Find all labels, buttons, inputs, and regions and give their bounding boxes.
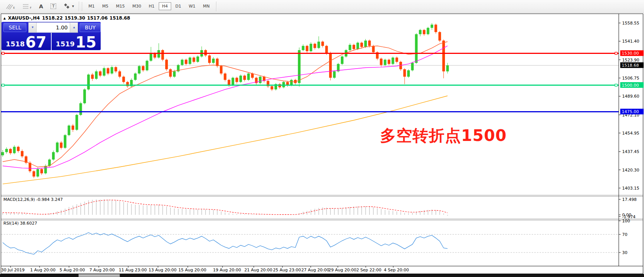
shapes-tool[interactable]: ▼	[63, 3, 75, 10]
tf-button-h1[interactable]: H1	[145, 2, 158, 10]
macd-label: MACD(12,26,9) -0.984 3.247	[3, 197, 63, 202]
candle-body	[17, 147, 20, 151]
rsi-label: RSI(14) 38.6027	[3, 221, 37, 226]
tf-button-h4[interactable]: H4	[159, 2, 171, 10]
candle-body	[153, 53, 156, 57]
volume-input[interactable]	[37, 23, 70, 32]
ohlc-values: 1518.221519.301517.061518.68	[42, 15, 132, 21]
candle-body	[392, 58, 394, 64]
candle-body	[310, 44, 312, 51]
tf-button-d1[interactable]: D1	[172, 2, 184, 10]
volume-decrease-button[interactable]: ▼	[29, 23, 37, 32]
equidistant-channel-tool[interactable]: E	[5, 3, 16, 10]
dropdown-caret-icon: ▼	[72, 5, 74, 8]
tf-button-m5[interactable]: M5	[99, 2, 112, 10]
candle-body	[353, 45, 355, 49]
price-badge-label: 1500.00	[622, 83, 639, 88]
tf-button-m15[interactable]: M15	[112, 2, 128, 10]
high-value: 1519.30	[64, 15, 85, 21]
candle-body	[91, 75, 94, 79]
tf-button-m30[interactable]: M30	[129, 2, 145, 10]
date-label: 19 Aug 20:00	[213, 268, 241, 272]
candle-body	[32, 171, 35, 176]
date-label: 1 Aug 20:00	[30, 268, 55, 272]
macd-tick-label: 17.498	[622, 197, 637, 202]
candle-body	[115, 67, 117, 71]
candle-body	[439, 32, 441, 41]
candle-body	[442, 41, 445, 72]
date-label: 5 Aug 20:00	[60, 268, 85, 272]
candle-body	[83, 89, 86, 103]
date-label: 27 Aug 20:00	[301, 268, 329, 272]
bottom-window-strip	[0, 274, 644, 277]
toolbar-drag-handle[interactable]	[81, 2, 83, 11]
rsi-level-label: 100	[622, 219, 630, 223]
candle-body	[212, 59, 215, 63]
candle-body	[434, 24, 437, 32]
candle-body	[349, 45, 351, 50]
symbol-title: XAUUSD-,H4	[8, 15, 40, 21]
fibonacci-retracement-tool[interactable]: F	[21, 3, 32, 10]
volume-increase-button[interactable]: ▲	[70, 23, 78, 32]
rsi-level-label: 30	[622, 250, 627, 255]
buy-price-display[interactable]: 151915	[52, 33, 101, 50]
text-tool-icon: A	[39, 4, 43, 9]
candle-body	[388, 60, 390, 64]
candle-body	[259, 77, 262, 83]
hline-handle[interactable]	[2, 52, 4, 54]
date-label: 2 Sep 22:00	[356, 268, 381, 272]
equidistant-channel-tool-letter: E	[13, 6, 15, 9]
candle-body	[122, 77, 125, 82]
candle-body	[169, 69, 172, 77]
bottom-strip-segment[interactable]	[78, 274, 120, 277]
hline-handle[interactable]	[615, 52, 617, 54]
candle-body	[185, 60, 187, 64]
equidistant-channel-tool-icon	[6, 3, 13, 9]
tf-button-m1[interactable]: M1	[85, 2, 98, 10]
buy-button[interactable]: BUY	[80, 23, 101, 32]
tf-button-w1[interactable]: W1	[185, 2, 199, 10]
candle-body	[189, 58, 191, 64]
sell-price-display[interactable]: 151867	[2, 33, 51, 50]
mt4-terminal-window: EFAT▼ M1M5M15M30H1H4D1W1MN 1558.551541.4…	[0, 0, 644, 277]
price-tick-label: 1420.30	[622, 168, 639, 173]
symbol-header: ▲ XAUUSD-,H4 1518.221519.301517.061518.6…	[3, 15, 132, 21]
date-label: 21 Aug 20:00	[244, 268, 272, 272]
price-tick-label: 1437.45	[622, 149, 639, 154]
price-tick-label: 1558.55	[622, 21, 639, 26]
candle-body	[2, 152, 4, 155]
candle-body	[298, 50, 301, 83]
candle-body	[396, 58, 398, 62]
candle-body	[150, 53, 152, 61]
candle-body	[407, 70, 410, 77]
hline-handle[interactable]	[615, 84, 617, 86]
candle-body	[384, 60, 386, 65]
text-label-tool[interactable]: T	[49, 3, 57, 10]
volume-spinner: ▼ ▲	[28, 22, 78, 33]
tf-button-mn[interactable]: MN	[199, 2, 213, 10]
candle-body	[165, 60, 168, 69]
candle-body	[181, 60, 184, 65]
candle-body	[72, 125, 74, 130]
collapse-triangle-icon[interactable]: ▲	[3, 17, 6, 20]
candle-body	[9, 149, 12, 153]
candle-body	[99, 71, 101, 75]
candle-body	[67, 125, 70, 135]
price-tick-label: 1541.40	[622, 39, 639, 44]
toolbar-separator-2	[216, 2, 216, 11]
toolbar: EFAT▼ M1M5M15M30H1H4D1W1MN	[0, 0, 644, 13]
date-label: 4 Sep 20:00	[384, 268, 409, 272]
fibonacci-retracement-tool-icon	[22, 3, 30, 9]
text-tool[interactable]: A	[38, 3, 44, 10]
sell-button[interactable]: SELL	[3, 23, 26, 32]
candle-body	[40, 169, 43, 173]
candle-body	[13, 147, 16, 153]
candle-body	[423, 30, 425, 34]
toolbar-separator	[79, 2, 79, 11]
candle-body	[290, 80, 293, 85]
date-label: 13 Aug 20:00	[149, 268, 176, 272]
candle-body	[224, 73, 226, 80]
date-label: 29 Aug 20:00	[328, 268, 356, 272]
candle-body	[419, 30, 422, 34]
hline-handle[interactable]	[2, 84, 4, 86]
